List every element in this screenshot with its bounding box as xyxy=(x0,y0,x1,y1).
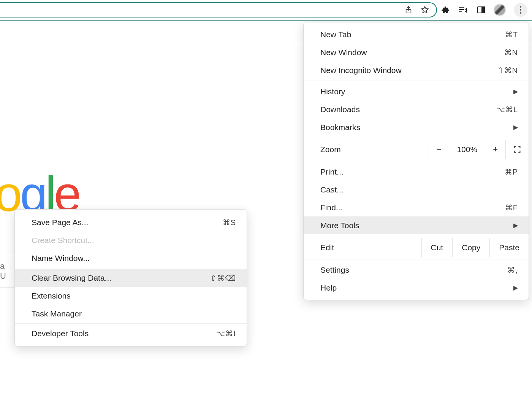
menu-more-tools[interactable]: More Tools ▶ xyxy=(304,216,529,234)
menu-new-incognito[interactable]: New Incognito Window ⇧⌘N xyxy=(304,61,529,79)
menu-separator xyxy=(15,323,247,324)
menu-separator xyxy=(304,161,529,161)
menu-item-label: Print... xyxy=(320,167,344,176)
menu-downloads[interactable]: Downloads ⌥⌘L xyxy=(304,100,529,118)
submenu-arrow-icon: ▶ xyxy=(513,284,518,291)
menu-item-label: Edit xyxy=(304,243,421,252)
shortcut-text: ⌘F xyxy=(505,203,518,212)
menu-bookmarks[interactable]: Bookmarks ▶ xyxy=(304,118,529,136)
menu-help[interactable]: Help ▶ xyxy=(304,279,529,297)
search-hint-fragment: a U xyxy=(0,255,15,288)
menu-separator xyxy=(304,236,529,236)
more-tools-submenu: Save Page As... ⌘S Create Shortcut... Na… xyxy=(14,209,247,346)
address-bar[interactable] xyxy=(0,2,437,17)
shortcut-text: ⌘S xyxy=(223,218,236,227)
shortcut-text: ⌥⌘I xyxy=(216,329,236,338)
shortcut-text: ⌘N xyxy=(504,48,518,57)
toolbar-actions xyxy=(441,3,532,17)
zoom-value: 100% xyxy=(449,140,485,159)
menu-item-label: Settings xyxy=(320,265,349,275)
zoom-out-button[interactable]: − xyxy=(429,140,449,159)
submenu-save-page-as[interactable]: Save Page As... ⌘S xyxy=(15,213,247,231)
edit-paste-button[interactable]: Paste xyxy=(489,238,529,257)
submenu-developer-tools[interactable]: Developer Tools ⌥⌘I xyxy=(15,324,247,342)
star-icon[interactable] xyxy=(420,5,429,14)
menu-item-label: Bookmarks xyxy=(320,123,360,132)
submenu-task-manager[interactable]: Task Manager xyxy=(15,305,247,323)
menu-history[interactable]: History ▶ xyxy=(304,83,529,100)
submenu-arrow-icon: ▶ xyxy=(513,124,518,131)
profile-avatar[interactable] xyxy=(494,4,505,16)
menu-item-label: Save Page As... xyxy=(32,218,88,227)
menu-item-label: Name Window... xyxy=(32,254,90,263)
reading-list-icon[interactable] xyxy=(458,5,468,14)
shortcut-text: ⌘T xyxy=(505,30,518,39)
submenu-arrow-icon: ▶ xyxy=(513,88,518,95)
share-icon[interactable] xyxy=(404,6,413,14)
side-panel-icon[interactable] xyxy=(477,5,486,14)
menu-item-label: New Incognito Window xyxy=(320,66,402,75)
menu-item-label: History xyxy=(320,87,345,96)
menu-settings[interactable]: Settings ⌘, xyxy=(304,261,529,279)
menu-item-label: Help xyxy=(320,283,337,292)
menu-item-label: New Window xyxy=(320,48,367,57)
menu-item-label: Find... xyxy=(320,203,342,212)
submenu-create-shortcut: Create Shortcut... xyxy=(15,231,247,249)
edit-cut-button[interactable]: Cut xyxy=(421,238,453,257)
edit-copy-button[interactable]: Copy xyxy=(452,238,489,257)
menu-item-label: Developer Tools xyxy=(32,329,89,338)
more-menu-button[interactable] xyxy=(514,3,527,17)
menu-item-label: Extensions xyxy=(32,291,71,300)
menu-item-label: Task Manager xyxy=(32,309,82,318)
menu-item-label: Create Shortcut... xyxy=(32,236,94,245)
menu-zoom-row: Zoom − 100% + xyxy=(304,140,529,159)
shortcut-text: ⇧⌘N xyxy=(497,66,518,75)
menu-item-label: Clear Browsing Data... xyxy=(32,273,111,283)
menu-find[interactable]: Find... ⌘F xyxy=(304,199,529,216)
chrome-main-menu: New Tab ⌘T New Window ⌘N New Incognito W… xyxy=(303,22,529,300)
menu-separator xyxy=(304,259,529,259)
menu-separator xyxy=(304,81,529,81)
menu-item-label: New Tab xyxy=(320,30,351,39)
shortcut-text: ⌘, xyxy=(507,265,518,275)
menu-item-label: More Tools xyxy=(320,221,359,230)
submenu-arrow-icon: ▶ xyxy=(513,222,518,229)
svg-rect-5 xyxy=(482,7,484,13)
menu-item-label: Downloads xyxy=(320,105,360,114)
menu-item-label: Zoom xyxy=(304,145,429,154)
extensions-puzzle-icon[interactable] xyxy=(441,5,450,14)
submenu-extensions[interactable]: Extensions xyxy=(15,287,247,305)
menu-edit-row: Edit Cut Copy Paste xyxy=(304,238,529,257)
menu-separator xyxy=(304,138,529,138)
submenu-name-window[interactable]: Name Window... xyxy=(15,249,247,267)
shortcut-text: ⇧⌘⌫ xyxy=(210,273,236,283)
menu-new-window[interactable]: New Window ⌘N xyxy=(304,43,529,61)
browser-toolbar xyxy=(0,0,532,21)
menu-cast[interactable]: Cast... xyxy=(304,181,529,199)
menu-print[interactable]: Print... ⌘P xyxy=(304,163,529,181)
menu-separator xyxy=(15,268,247,268)
shortcut-text: ⌥⌘L xyxy=(496,105,518,114)
zoom-in-button[interactable]: + xyxy=(485,140,505,159)
fullscreen-button[interactable] xyxy=(505,140,529,159)
shortcut-text: ⌘P xyxy=(505,167,518,176)
menu-item-label: Cast... xyxy=(320,185,344,194)
menu-new-tab[interactable]: New Tab ⌘T xyxy=(304,25,529,43)
submenu-clear-browsing-data[interactable]: Clear Browsing Data... ⇧⌘⌫ xyxy=(15,269,247,287)
